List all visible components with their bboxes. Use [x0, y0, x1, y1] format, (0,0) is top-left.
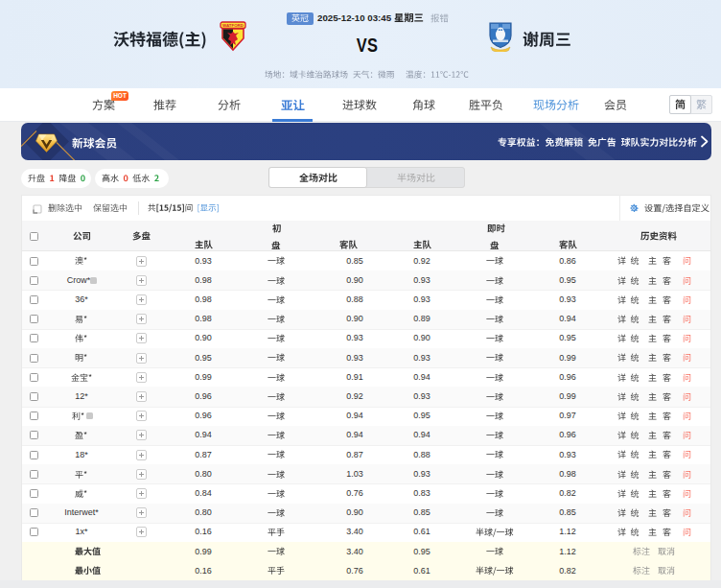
svg-text:WATFORD: WATFORD [222, 23, 244, 28]
